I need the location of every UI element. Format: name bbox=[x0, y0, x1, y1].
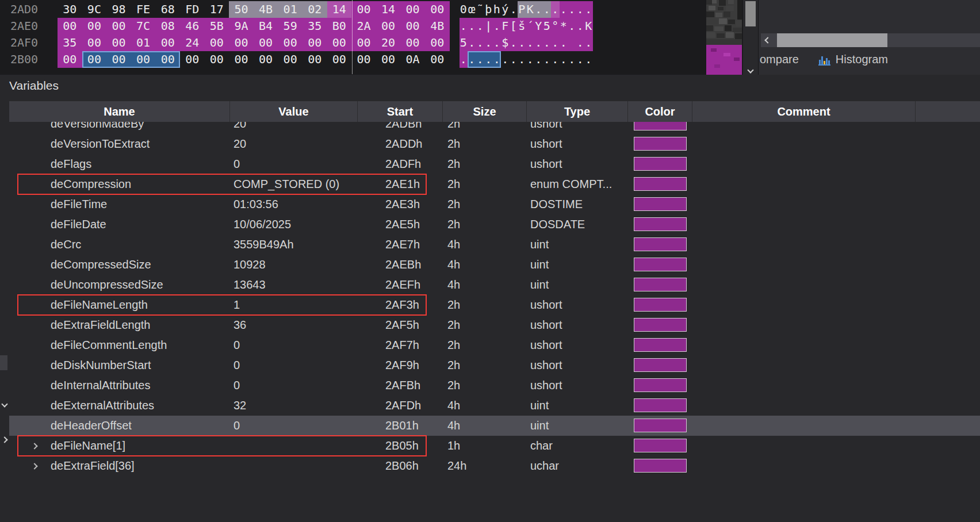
compare-button[interactable]: ompare bbox=[760, 53, 799, 66]
variable-row[interactable]: deHeaderOffset02B01h4huint bbox=[9, 416, 980, 436]
hex-byte[interactable]: FD bbox=[180, 1, 205, 18]
variable-row[interactable]: deCrc3559B49Ah2AE7h4huint bbox=[9, 235, 980, 255]
hex-byte[interactable]: 35 bbox=[303, 18, 327, 34]
variable-row[interactable]: deInternalAttributes02AFBh2hushort bbox=[9, 375, 980, 396]
color-swatch[interactable] bbox=[634, 258, 687, 271]
hex-byte[interactable]: 4B bbox=[425, 18, 450, 34]
hex-byte[interactable]: 00 bbox=[400, 18, 425, 34]
hex-byte[interactable]: 00 bbox=[254, 34, 278, 51]
hex-byte[interactable]: 2A bbox=[351, 18, 376, 34]
hex-byte[interactable]: 00 bbox=[106, 51, 131, 68]
ascii-char[interactable]: . bbox=[510, 34, 518, 51]
color-swatch[interactable] bbox=[634, 298, 687, 312]
ascii-char[interactable]: . bbox=[526, 51, 535, 68]
hex-byte[interactable]: 00 bbox=[425, 51, 450, 68]
ascii-char[interactable]: Y bbox=[534, 18, 543, 34]
hex-byte[interactable]: 00 bbox=[205, 51, 229, 68]
column-header-comment[interactable]: Comment bbox=[692, 101, 916, 122]
hex-byte[interactable]: 14 bbox=[327, 1, 352, 18]
ascii-char[interactable]: . bbox=[476, 34, 485, 51]
hex-byte[interactable]: 00 bbox=[58, 51, 82, 68]
hex-byte[interactable]: 00 bbox=[180, 51, 205, 68]
hex-byte[interactable]: 68 bbox=[155, 1, 180, 18]
ascii-char[interactable]: . bbox=[518, 51, 526, 68]
hex-byte[interactable]: 00 bbox=[351, 1, 376, 18]
ascii-char[interactable]: [ bbox=[510, 18, 518, 34]
column-header-start[interactable]: Start bbox=[358, 101, 443, 122]
hex-byte[interactable]: 00 bbox=[351, 51, 376, 68]
variable-row[interactable]: deFileName[1]2B05h1hchar bbox=[9, 436, 980, 456]
hex-byte[interactable]: 00 bbox=[82, 18, 107, 34]
ascii-char[interactable]: . bbox=[576, 51, 585, 68]
ascii-char[interactable]: . bbox=[534, 51, 543, 68]
hex-byte[interactable]: 00 bbox=[58, 18, 82, 34]
ascii-char[interactable]: . bbox=[551, 1, 560, 18]
ascii-char[interactable]: . bbox=[518, 34, 526, 51]
hex-byte[interactable]: 01 bbox=[278, 1, 303, 18]
ascii-char[interactable]: h bbox=[493, 1, 502, 18]
hex-byte[interactable]: 00 bbox=[303, 34, 327, 51]
variable-row[interactable]: deCompressedSize109282AEBh4huint bbox=[9, 255, 980, 275]
vscrollbar-thumb[interactable] bbox=[745, 1, 756, 26]
hex-byte[interactable]: 00 bbox=[82, 34, 107, 51]
hex-byte[interactable]: B0 bbox=[327, 18, 352, 34]
hex-byte[interactable]: 00 bbox=[303, 51, 327, 68]
scroll-left-button[interactable] bbox=[761, 33, 775, 47]
hex-byte[interactable]: 08 bbox=[155, 18, 180, 34]
hex-byte[interactable]: 00 bbox=[278, 51, 303, 68]
ascii-char[interactable]: ˜ bbox=[476, 1, 485, 18]
hex-byte[interactable]: 20 bbox=[376, 34, 401, 51]
ascii-char[interactable]: . bbox=[560, 51, 568, 68]
variable-row[interactable]: deDiskNumberStart02AF9h2hushort bbox=[9, 355, 980, 375]
color-swatch[interactable] bbox=[634, 157, 687, 171]
hex-byte[interactable]: 17 bbox=[205, 1, 229, 18]
hex-byte[interactable]: 7C bbox=[131, 18, 156, 34]
ascii-char[interactable]: . bbox=[460, 18, 468, 34]
left-rail-block[interactable] bbox=[0, 355, 7, 370]
ascii-char[interactable]: . bbox=[510, 1, 518, 18]
color-swatch[interactable] bbox=[634, 439, 687, 452]
color-swatch[interactable] bbox=[634, 237, 687, 251]
ascii-char[interactable]: . bbox=[551, 34, 560, 51]
hex-byte[interactable]: 50 bbox=[229, 1, 254, 18]
hex-byte[interactable]: 00 bbox=[327, 34, 352, 51]
column-header-value[interactable]: Value bbox=[230, 101, 358, 122]
ascii-char[interactable]: . bbox=[560, 1, 568, 18]
hex-byte[interactable]: 9C bbox=[82, 1, 107, 18]
variable-row[interactable]: deFileDate10/06/20252AE5h2hDOSDATE bbox=[9, 214, 980, 235]
ascii-char[interactable]: š bbox=[518, 18, 526, 34]
hex-byte[interactable]: 00 bbox=[106, 34, 131, 51]
hex-byte[interactable]: 9A bbox=[229, 18, 254, 34]
color-swatch[interactable] bbox=[634, 137, 687, 151]
ascii-char[interactable]: K bbox=[526, 1, 535, 18]
hex-byte[interactable]: 00 bbox=[327, 51, 352, 68]
color-swatch[interactable] bbox=[634, 278, 687, 291]
horizontal-scrollbar[interactable] bbox=[761, 33, 980, 47]
ascii-char[interactable]: . bbox=[543, 1, 552, 18]
variable-row[interactable]: deCompressionCOMP_STORED (0)2AE1h2henum … bbox=[9, 174, 980, 194]
ascii-char[interactable]: ý bbox=[501, 1, 510, 18]
ascii-char[interactable]: . bbox=[484, 34, 493, 51]
ascii-char[interactable]: | bbox=[484, 18, 493, 34]
hex-byte[interactable]: 46 bbox=[180, 18, 205, 34]
color-swatch[interactable] bbox=[634, 318, 687, 332]
ascii-char[interactable]: K bbox=[584, 18, 593, 34]
ascii-char[interactable]: . bbox=[468, 18, 476, 34]
ascii-char[interactable]: . bbox=[526, 34, 535, 51]
ascii-char[interactable]: . bbox=[584, 51, 593, 68]
ascii-char[interactable]: . bbox=[476, 18, 485, 34]
left-rail-expand-down[interactable] bbox=[1, 398, 9, 410]
ascii-char[interactable]: . bbox=[484, 51, 493, 68]
color-swatch[interactable] bbox=[634, 197, 687, 211]
ascii-char[interactable]: . bbox=[493, 18, 502, 34]
ascii-char[interactable]: . bbox=[543, 51, 552, 68]
hex-byte[interactable]: 30 bbox=[58, 1, 82, 18]
hex-byte[interactable]: 35 bbox=[58, 34, 82, 51]
ascii-char[interactable]: . bbox=[584, 1, 593, 18]
hex-byte[interactable]: 02 bbox=[303, 1, 327, 18]
color-swatch[interactable] bbox=[634, 177, 687, 191]
ascii-char[interactable]: F bbox=[501, 18, 510, 34]
hex-byte[interactable]: B4 bbox=[254, 18, 278, 34]
ascii-char[interactable]: . bbox=[584, 34, 593, 51]
ascii-char[interactable]: . bbox=[493, 51, 502, 68]
